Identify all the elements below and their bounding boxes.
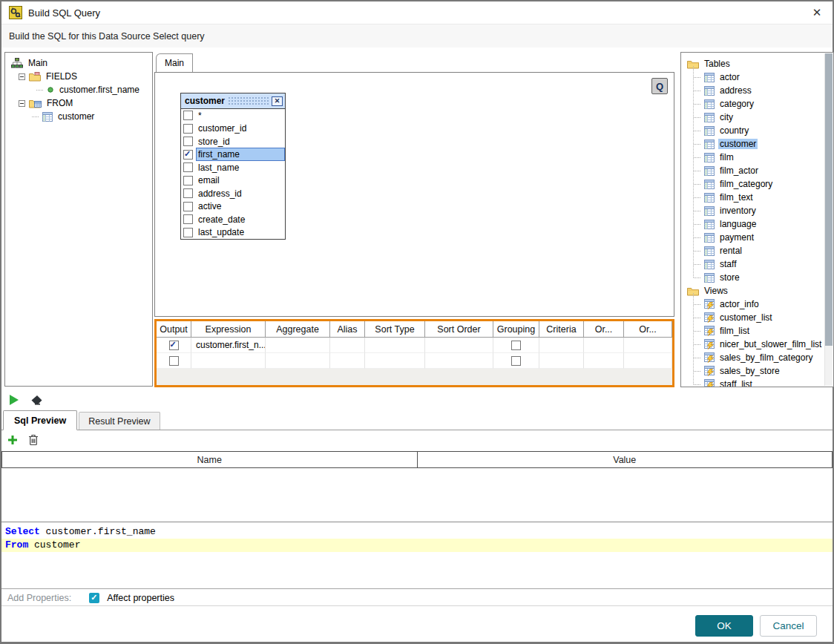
column-name[interactable]: address_id: [197, 188, 284, 200]
grouping-checkbox[interactable]: [511, 356, 521, 366]
column-name[interactable]: store_id: [197, 136, 284, 148]
schema-view-item[interactable]: actor_info: [681, 298, 833, 311]
schema-table-item[interactable]: category: [681, 97, 833, 111]
grid-cell-sort-order[interactable]: [425, 353, 493, 369]
delete-parameter-button[interactable]: [28, 434, 39, 446]
grouping-checkbox[interactable]: [511, 341, 521, 350]
schema-table-item[interactable]: inventory: [681, 204, 833, 217]
schema-table-item[interactable]: country: [681, 124, 833, 137]
schema-table-item[interactable]: staff: [681, 257, 833, 271]
column-name[interactable]: first_name: [197, 148, 284, 160]
schema-table-item-label: city: [718, 112, 735, 122]
schema-view-item[interactable]: nicer_but_slower_film_list: [681, 338, 833, 351]
customer-table-window[interactable]: customer ✕ *customer_idstore_idfirst_nam…: [180, 93, 286, 240]
table-window-titlebar[interactable]: customer ✕: [181, 93, 285, 109]
query-tree-field-item[interactable]: customer.first_name: [5, 83, 152, 96]
query-tree-root[interactable]: Main: [5, 56, 152, 70]
schema-table-item[interactable]: payment: [681, 231, 833, 244]
schema-tables-folder[interactable]: Tables: [681, 57, 833, 70]
schema-table-item[interactable]: actor: [681, 70, 833, 84]
grid-cell-sort-type[interactable]: [365, 338, 425, 353]
sql-preview-editor[interactable]: Select customer.first_nameFrom customer: [1, 523, 833, 589]
grid-cell-or2[interactable]: [624, 353, 672, 369]
tab-sql-preview[interactable]: Sql Preview: [3, 410, 77, 430]
tab-main[interactable]: Main: [156, 53, 193, 72]
close-icon[interactable]: ✕: [809, 6, 825, 19]
drag-pattern[interactable]: [228, 96, 269, 105]
run-query-button[interactable]: [9, 394, 19, 406]
column-name[interactable]: active: [197, 200, 284, 212]
grid-cell-grouping[interactable]: [493, 338, 539, 353]
grid-cell-expression[interactable]: [191, 353, 266, 369]
column-name[interactable]: last_name: [197, 162, 284, 174]
schema-table-item[interactable]: film_category: [681, 177, 833, 191]
grid-cell-sort-type[interactable]: [365, 353, 425, 369]
column-checkbox[interactable]: [183, 202, 193, 211]
grid-cell-output[interactable]: [157, 353, 191, 369]
schema-table-item[interactable]: rental: [681, 244, 833, 257]
column-checkbox[interactable]: [183, 228, 193, 237]
grid-cell-output[interactable]: [157, 338, 191, 353]
grid-cell-or1[interactable]: [584, 353, 624, 369]
column-name[interactable]: email: [197, 174, 284, 186]
grid-cell-criteria[interactable]: [539, 353, 584, 369]
schema-table-item[interactable]: film_actor: [681, 164, 833, 177]
tab-result-preview[interactable]: Result Preview: [79, 412, 160, 430]
add-parameter-button[interactable]: [7, 435, 18, 445]
schema-table-item[interactable]: address: [681, 84, 833, 97]
column-checkbox[interactable]: [183, 162, 193, 172]
grid-cell-sort-order[interactable]: [425, 338, 493, 353]
output-checkbox[interactable]: [169, 341, 179, 350]
column-checkbox[interactable]: [183, 137, 193, 146]
grid-cell-aggregate[interactable]: [266, 353, 330, 369]
schema-view-item[interactable]: film_list: [681, 324, 833, 338]
schema-table-item[interactable]: film: [681, 151, 833, 164]
cancel-button[interactable]: Cancel: [760, 615, 817, 637]
grid-cell-or2[interactable]: [624, 338, 672, 353]
column-checkbox[interactable]: [183, 124, 193, 134]
column-name[interactable]: create_date: [197, 214, 284, 226]
schema-view-item[interactable]: staff_list: [681, 378, 833, 387]
query-root-label: Main: [27, 58, 49, 68]
grid-cell-or1[interactable]: [584, 338, 624, 353]
collapse-icon[interactable]: [19, 100, 25, 107]
schema-scrollbar[interactable]: [824, 53, 833, 386]
schema-view-item-label: customer_list: [718, 312, 774, 323]
scrollbar-thumb[interactable]: [825, 53, 833, 346]
grid-cell-criteria[interactable]: [539, 338, 584, 353]
dialog-button-bar: OK Cancel: [1, 606, 833, 642]
schema-table-item[interactable]: city: [681, 111, 833, 124]
output-checkbox[interactable]: [169, 356, 179, 366]
grid-cell-aggregate[interactable]: [266, 338, 330, 353]
column-checkbox[interactable]: [183, 150, 193, 160]
query-design-canvas[interactable]: Q customer ✕ *customer_idstore_idfirst_n…: [154, 72, 674, 317]
grid-cell-alias[interactable]: [330, 338, 365, 353]
column-checkbox[interactable]: [183, 188, 193, 198]
collapse-icon[interactable]: [19, 73, 25, 80]
column-checkbox[interactable]: [183, 111, 193, 120]
schema-table-item[interactable]: store: [681, 271, 833, 284]
query-tree-fields-node[interactable]: FIELDS: [5, 70, 152, 83]
schema-view-item[interactable]: sales_by_store: [681, 364, 833, 378]
schema-table-item[interactable]: film_text: [681, 191, 833, 204]
schema-table-item[interactable]: customer: [681, 137, 833, 151]
schema-view-item[interactable]: customer_list: [681, 311, 833, 324]
grid-cell-grouping[interactable]: [493, 353, 539, 369]
schema-table-item[interactable]: language: [681, 217, 833, 231]
column-checkbox[interactable]: [183, 214, 193, 224]
column-name[interactable]: last_update: [197, 226, 284, 238]
table-window-close-icon[interactable]: ✕: [272, 96, 283, 106]
zoom-query-button[interactable]: Q: [651, 78, 668, 94]
query-tree-from-item[interactable]: customer: [5, 110, 152, 123]
schema-views-folder[interactable]: Views: [681, 284, 833, 298]
column-checkbox[interactable]: [183, 176, 193, 185]
grid-cell-alias[interactable]: [330, 353, 365, 369]
grid-cell-expression[interactable]: customer.first_n...: [191, 338, 266, 353]
affect-properties-checkbox[interactable]: [89, 593, 99, 603]
eraser-icon[interactable]: [30, 395, 43, 405]
query-tree-from-node[interactable]: FROM: [5, 96, 152, 110]
column-name[interactable]: customer_id: [197, 122, 284, 134]
ok-button[interactable]: OK: [695, 615, 753, 637]
column-name[interactable]: *: [197, 110, 284, 122]
schema-view-item[interactable]: sales_by_film_category: [681, 351, 833, 364]
